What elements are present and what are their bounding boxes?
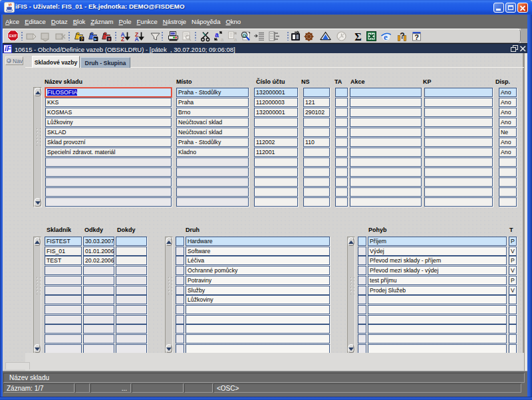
svg-text:EXIT: EXIT xyxy=(9,34,17,38)
svg-text:Z: Z xyxy=(121,36,124,42)
svg-text:►: ► xyxy=(94,37,98,41)
svg-text:a: a xyxy=(221,37,224,43)
svg-text:?: ? xyxy=(80,37,83,41)
svg-text:x: x xyxy=(108,37,110,41)
svg-text:a: a xyxy=(215,31,219,39)
svg-text:G: G xyxy=(242,33,246,39)
svg-text:?: ? xyxy=(400,31,404,41)
svg-text:A: A xyxy=(134,36,138,42)
svg-text:Σ: Σ xyxy=(354,31,361,43)
svg-text:a: a xyxy=(234,37,237,43)
svg-text:?: ? xyxy=(414,33,419,41)
